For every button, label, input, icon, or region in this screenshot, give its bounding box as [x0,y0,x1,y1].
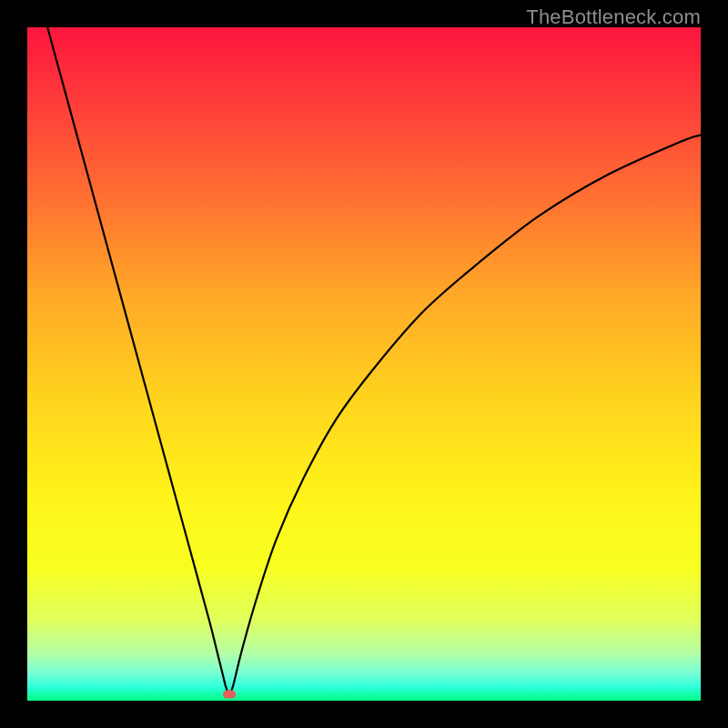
chart-canvas [27,27,701,701]
plot-area [27,27,701,701]
minimum-marker [223,690,236,698]
bottleneck-curve [47,27,701,694]
watermark: TheBottleneck.com [526,5,701,29]
